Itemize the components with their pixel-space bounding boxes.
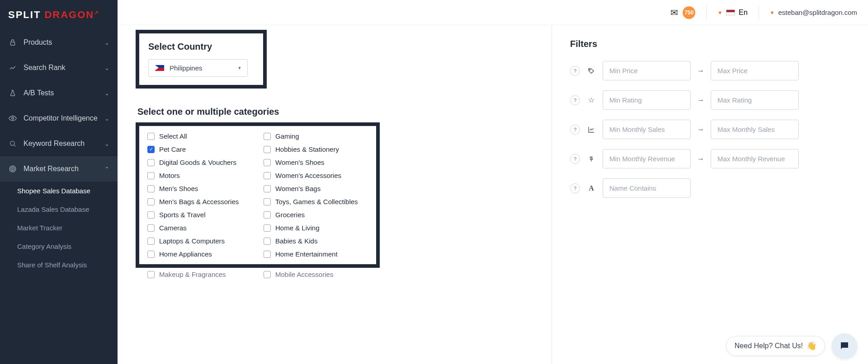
dollar-icon: [586, 155, 596, 163]
min-revenue-input[interactable]: [603, 149, 691, 168]
max-price-input[interactable]: [711, 61, 799, 80]
name-contains-input[interactable]: [603, 178, 691, 198]
checkbox[interactable]: [264, 251, 271, 258]
category-item[interactable]: Select All: [147, 132, 252, 140]
checkbox[interactable]: [147, 271, 155, 278]
checkbox[interactable]: [264, 172, 271, 179]
checkbox[interactable]: [264, 133, 271, 140]
category-item[interactable]: Women's Bags: [264, 185, 368, 192]
country-select[interactable]: Philippines ▾: [148, 59, 248, 77]
checkbox[interactable]: [147, 238, 155, 245]
category-item[interactable]: Home Appliances: [147, 250, 252, 258]
target-icon: [8, 164, 17, 173]
checkbox[interactable]: [147, 224, 155, 232]
language-selector[interactable]: ▼ En: [717, 9, 747, 17]
mail-notifications[interactable]: ✉ 750: [670, 6, 695, 19]
category-item[interactable]: Gaming: [264, 132, 368, 140]
category-item[interactable]: Groceries: [264, 211, 368, 219]
category-item[interactable]: Babies & Kids: [264, 237, 368, 245]
subnav-tracker[interactable]: Market Tracker: [9, 219, 118, 237]
min-price-input[interactable]: [603, 61, 691, 80]
checkbox[interactable]: [264, 159, 271, 166]
category-item[interactable]: Digital Goods & Vouchers: [147, 159, 252, 166]
nav-keyword[interactable]: Keyword Research ⌄: [0, 131, 118, 156]
category-item[interactable]: Laptops & Computers: [147, 237, 252, 245]
checkbox[interactable]: [147, 172, 155, 179]
chevron-down-icon: ⌄: [104, 39, 109, 46]
categories-overflow: Makeup & Fragrances Mobile Accessories: [136, 268, 380, 278]
help-icon[interactable]: ?: [570, 66, 580, 76]
filter-row-revenue: ? →: [570, 149, 850, 168]
checkbox[interactable]: [147, 251, 155, 258]
svg-rect-0: [10, 42, 14, 45]
chat-help-bubble[interactable]: Need Help? Chat Us! 👋: [726, 336, 825, 356]
category-item[interactable]: Makeup & Fragrances: [147, 271, 252, 278]
help-icon[interactable]: ?: [570, 154, 580, 164]
help-icon[interactable]: ?: [570, 125, 580, 135]
category-label: Women's Bags: [275, 185, 321, 192]
category-item[interactable]: Cameras: [147, 224, 252, 232]
checkbox[interactable]: ✓: [147, 146, 155, 153]
checkbox[interactable]: [147, 198, 155, 205]
chat-button[interactable]: [832, 333, 857, 359]
category-item[interactable]: Toys, Games & Collectibles: [264, 198, 368, 205]
subnav-shopee[interactable]: Shopee Sales Database: [9, 182, 118, 200]
nav-label: Products: [24, 38, 52, 47]
category-label: Digital Goods & Vouchers: [159, 159, 236, 166]
checkbox[interactable]: [264, 224, 271, 232]
min-rating-input[interactable]: [603, 90, 691, 110]
category-label: Home & Living: [275, 224, 320, 232]
max-revenue-input[interactable]: [711, 149, 799, 168]
nav-ab-tests[interactable]: A/B Tests ⌄: [0, 80, 118, 106]
flag-us-icon: [726, 9, 735, 15]
checkbox[interactable]: [264, 211, 271, 219]
checkbox[interactable]: [264, 271, 271, 278]
category-item[interactable]: Sports & Travel: [147, 211, 252, 219]
flask-icon: [8, 89, 17, 98]
arrow-right-icon: →: [697, 67, 704, 75]
nav-search-rank[interactable]: Search Rank ⌄: [0, 55, 118, 80]
category-item[interactable]: Motors: [147, 172, 252, 179]
category-label: Pet Care: [159, 145, 186, 153]
category-item[interactable]: Men's Bags & Accessories: [147, 198, 252, 205]
help-icon[interactable]: ?: [570, 183, 580, 193]
nav-competitor[interactable]: Competitor Intelligence ⌄: [0, 106, 118, 131]
category-item[interactable]: Women's Accessories: [264, 172, 368, 179]
subnav-category[interactable]: Category Analysis: [9, 237, 118, 256]
category-item[interactable]: Home Entertainment: [264, 250, 368, 258]
category-label: Makeup & Fragrances: [159, 271, 226, 278]
sidebar: SPLIT DRAGON↗ Products ⌄ Search Rank ⌄ A…: [0, 0, 118, 364]
category-item[interactable]: Home & Living: [264, 224, 368, 232]
filters-column: Filters ? → ? ☆ → ? → ? →: [552, 25, 868, 364]
caret-down-icon: ▼: [770, 10, 775, 15]
nav-market-research[interactable]: Market Research ⌃: [0, 156, 118, 182]
category-item[interactable]: Hobbies & Stationery: [264, 145, 368, 153]
arrow-right-icon: →: [697, 155, 704, 163]
category-item[interactable]: Men's Shoes: [147, 185, 252, 192]
checkbox[interactable]: [147, 185, 155, 192]
checkbox[interactable]: [147, 211, 155, 219]
checkbox[interactable]: [264, 198, 271, 205]
category-col-2: GamingHobbies & StationeryWomen's ShoesW…: [264, 132, 368, 258]
user-menu[interactable]: ▼ esteban@splitdragon.com: [770, 9, 857, 16]
separator: [759, 6, 759, 19]
checkbox[interactable]: [264, 238, 271, 245]
svg-point-5: [12, 168, 13, 169]
category-label: Toys, Games & Collectibles: [275, 198, 358, 205]
category-item[interactable]: ✓Pet Care: [147, 145, 252, 153]
category-item[interactable]: Women's Shoes: [264, 159, 368, 166]
subnav-shelf[interactable]: Share of Shelf Analysis: [9, 256, 118, 274]
checkbox[interactable]: [264, 185, 271, 192]
category-item[interactable]: Mobile Accessories: [264, 271, 368, 278]
subnav-lazada[interactable]: Lazada Sales Database: [9, 200, 118, 219]
max-sales-input[interactable]: [711, 120, 799, 139]
chart-line-icon: [8, 63, 17, 72]
min-sales-input[interactable]: [603, 120, 691, 139]
category-label: Sports & Travel: [159, 211, 206, 219]
max-rating-input[interactable]: [711, 90, 799, 110]
checkbox[interactable]: [147, 159, 155, 166]
checkbox[interactable]: [147, 133, 155, 140]
help-icon[interactable]: ?: [570, 95, 580, 105]
nav-products[interactable]: Products ⌄: [0, 30, 118, 55]
checkbox[interactable]: [264, 146, 271, 153]
